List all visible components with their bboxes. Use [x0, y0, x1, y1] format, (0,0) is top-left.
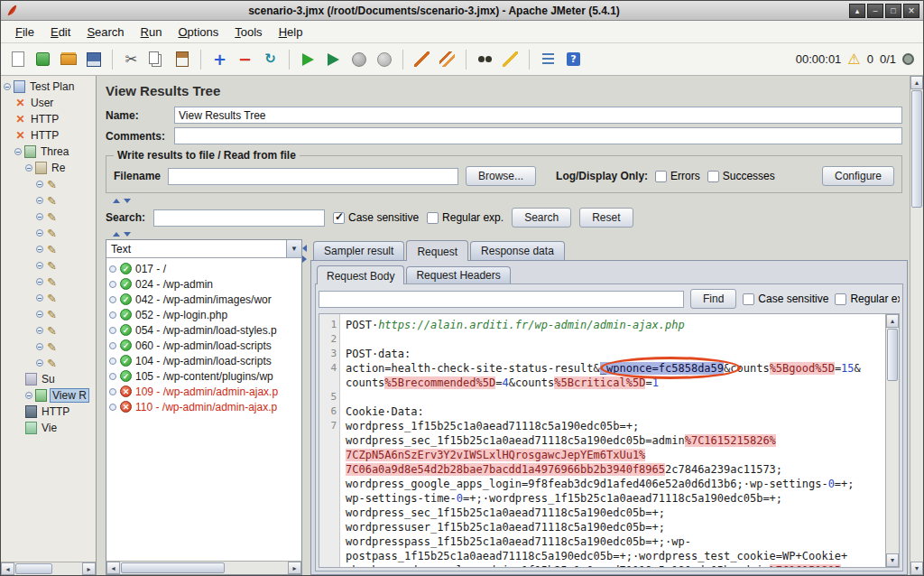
tree-node-http-2[interactable]: HTTP: [1, 111, 96, 127]
tab-response-data[interactable]: Response data: [470, 241, 565, 260]
tree-node-sampler-9[interactable]: [1, 225, 96, 241]
name-input[interactable]: [174, 107, 902, 124]
result-item-3[interactable]: 052 - /wp-login.php: [109, 307, 301, 322]
tab-sampler-result[interactable]: Sampler result: [313, 241, 404, 260]
tree-node-sampler-12[interactable]: [1, 274, 96, 290]
tree-toggle-handle[interactable]: [36, 262, 43, 269]
tree-node-sampler-17[interactable]: [1, 355, 96, 371]
result-item-2[interactable]: 042 - /wp-admin/images/wor: [109, 292, 301, 307]
warning-icon[interactable]: ⚠: [847, 52, 860, 67]
tree-toggle-handle[interactable]: [109, 358, 116, 365]
tree-toggle-handle[interactable]: [36, 197, 43, 204]
tree-node-sampler-13[interactable]: [1, 290, 96, 306]
scroll-down-button[interactable]: [886, 553, 899, 567]
tree-toggle-handle[interactable]: [36, 294, 43, 302]
tree-node-http-3[interactable]: HTTP: [1, 127, 96, 144]
search-button[interactable]: Search: [512, 208, 571, 228]
tree-node-sampler-6[interactable]: [1, 176, 96, 192]
search-case-sensitive-checkbox[interactable]: Case sensitive: [333, 211, 419, 224]
browse-button[interactable]: Browse...: [466, 166, 536, 186]
result-item-1[interactable]: 024 - /wp-admin: [109, 276, 301, 292]
tree-toggle-handle[interactable]: [36, 246, 43, 253]
tree-toggle-handle[interactable]: [36, 181, 43, 188]
filename-input[interactable]: [168, 168, 458, 185]
tree-node-vie-21[interactable]: Vie: [1, 420, 96, 436]
request-body-editor[interactable]: 1234567 POST·https://alain.arditi.fr/wp-…: [319, 313, 900, 568]
result-item-6[interactable]: 104 - /wp-admin/load-scripts: [109, 353, 301, 368]
new-file-icon[interactable]: [6, 48, 29, 70]
tree-toggle-handle[interactable]: [109, 404, 116, 411]
tree-toggle-handle[interactable]: [36, 213, 43, 220]
toggle-icon[interactable]: [259, 48, 282, 70]
subtab-request-headers[interactable]: Request Headers: [406, 266, 510, 283]
minimize-button[interactable]: [867, 4, 883, 18]
result-item-8[interactable]: 109 - /wp-admin/admin-ajax.p: [109, 384, 301, 399]
tree-toggle-handle[interactable]: [109, 265, 116, 273]
search-reset-icon[interactable]: [499, 48, 522, 70]
copy-icon[interactable]: [145, 48, 168, 70]
scroll-right-button[interactable]: [82, 562, 96, 575]
collapse-right-icon[interactable]: [302, 255, 307, 263]
code-text[interactable]: POST·https://alain.arditi.fr/wp-admin/ad…: [340, 314, 885, 567]
chevron-down-icon[interactable]: [286, 240, 301, 257]
tree-toggle-handle[interactable]: [109, 281, 116, 288]
result-item-5[interactable]: 060 - /wp-admin/load-scripts: [109, 338, 301, 353]
tree-toggle-handle[interactable]: [109, 342, 116, 349]
scroll-left-button[interactable]: [106, 562, 120, 574]
clear-icon[interactable]: [411, 48, 433, 70]
tree-node-sampler-14[interactable]: [1, 306, 96, 322]
search-input[interactable]: [153, 209, 325, 227]
scrollbar-thumb[interactable]: [887, 329, 898, 381]
close-button[interactable]: [903, 4, 919, 18]
stop-icon[interactable]: [347, 48, 370, 70]
paste-icon[interactable]: [171, 48, 193, 70]
menu-file[interactable]: File: [8, 23, 42, 41]
find-input[interactable]: [319, 291, 684, 308]
tree-toggle-handle[interactable]: [4, 83, 11, 90]
function-helper-icon[interactable]: [537, 48, 559, 70]
search-icon[interactable]: [474, 48, 496, 70]
tree-node-su-18[interactable]: Su: [1, 371, 96, 387]
tree-node-user-1[interactable]: User: [1, 95, 96, 111]
tree-toggle-handle[interactable]: [109, 311, 116, 319]
tree-toggle-handle[interactable]: [36, 278, 43, 285]
split-divider-bottom[interactable]: [104, 230, 908, 238]
result-item-0[interactable]: 017 - /: [109, 261, 301, 276]
tree-node-sampler-15[interactable]: [1, 322, 96, 339]
collapse-down-icon[interactable]: [124, 199, 131, 203]
templates-icon[interactable]: [32, 48, 54, 70]
start-icon[interactable]: [297, 48, 319, 70]
tree-node-sampler-10[interactable]: [1, 241, 96, 257]
tree-toggle-handle[interactable]: [36, 343, 43, 350]
result-item-4[interactable]: 054 - /wp-admin/load-styles.p: [109, 322, 301, 338]
tree-node-re-5[interactable]: Re: [1, 160, 96, 176]
tree-toggle-handle[interactable]: [25, 392, 32, 399]
scroll-up-button[interactable]: [910, 76, 923, 89]
scroll-right-button[interactable]: [288, 562, 301, 574]
collapse-icon[interactable]: [234, 48, 256, 70]
open-icon[interactable]: [57, 48, 79, 70]
view-mode-combobox[interactable]: Text: [106, 240, 301, 258]
collapse-left-icon[interactable]: [302, 245, 307, 252]
save-icon[interactable]: [82, 48, 105, 70]
shutdown-icon[interactable]: [373, 48, 395, 70]
tree-toggle-handle[interactable]: [25, 164, 32, 172]
scrollbar-thumb[interactable]: [15, 563, 52, 574]
tree-node-http-20[interactable]: HTTP: [1, 404, 96, 420]
menu-run[interactable]: Run: [134, 23, 170, 41]
configure-button[interactable]: Configure: [822, 166, 894, 186]
reset-button[interactable]: Reset: [579, 208, 633, 228]
menu-search[interactable]: Search: [79, 23, 131, 41]
start-no-pauses-icon[interactable]: [322, 48, 345, 70]
scroll-left-button[interactable]: [1, 562, 14, 575]
expand-icon[interactable]: [208, 48, 231, 70]
scroll-up-button[interactable]: [886, 314, 899, 328]
tree-toggle-handle[interactable]: [36, 311, 43, 318]
collapse-down-icon[interactable]: [124, 232, 131, 237]
tab-request[interactable]: Request: [406, 240, 468, 261]
tree-node-sampler-11[interactable]: [1, 257, 96, 274]
tree-node-test-plan-0[interactable]: Test Plan: [1, 79, 96, 95]
menu-edit[interactable]: Edit: [43, 23, 78, 41]
collapse-up-icon[interactable]: [113, 199, 120, 203]
tree-toggle-handle[interactable]: [109, 388, 116, 395]
